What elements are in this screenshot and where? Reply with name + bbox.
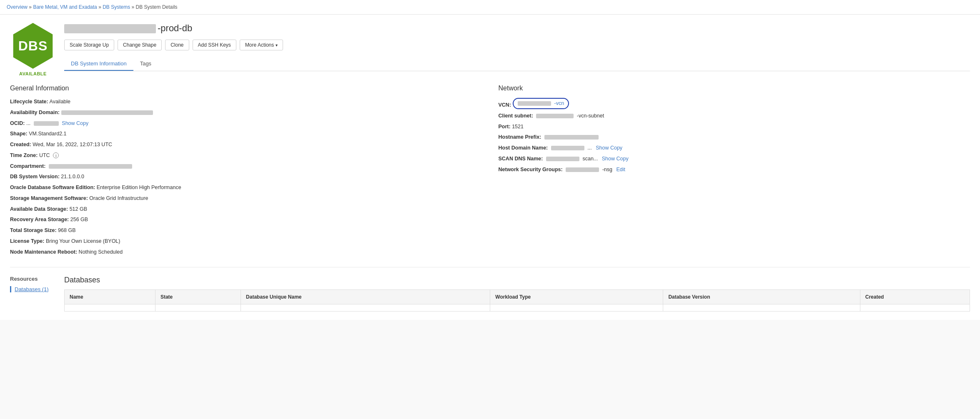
page-title-suffix: -prod-db xyxy=(158,23,192,33)
db-unique-name-cell xyxy=(241,304,490,312)
vcn-link[interactable]: -vcn xyxy=(554,100,564,107)
tabs-bar: DB System Information Tags xyxy=(64,57,970,71)
breadcrumb-db-systems[interactable]: DB Systems xyxy=(103,4,130,10)
scan-dns-redacted xyxy=(546,157,579,161)
shape-row: Shape: VM.Standard2.1 xyxy=(10,130,482,138)
timezone-row: Time Zone: UTC i xyxy=(10,152,482,160)
db-created-cell xyxy=(860,304,970,312)
nsg-label: Network Security Groups: xyxy=(499,167,563,172)
timezone-info-icon[interactable]: i xyxy=(53,152,59,158)
created-value: Wed, Mar 16, 2022, 12:07:13 UTC xyxy=(33,142,112,147)
add-ssh-keys-button[interactable]: Add SSH Keys xyxy=(193,40,236,50)
node-maintenance-value: Nothing Scheduled xyxy=(79,249,123,255)
client-subnet-suffix: -vcn-subnet xyxy=(577,113,604,119)
breadcrumb-bare-metal[interactable]: Bare Metal, VM and Exadata xyxy=(33,4,97,10)
storage-mgmt-row: Storage Management Software: Oracle Grid… xyxy=(10,195,482,202)
availability-domain-label: Availability Domain: xyxy=(10,110,60,115)
client-subnet-redacted xyxy=(536,114,574,118)
clone-button[interactable]: Clone xyxy=(165,40,189,50)
dbs-hex-label: DBS xyxy=(18,38,48,54)
license-type-value: Bring Your Own License (BYOL) xyxy=(46,238,120,244)
breadcrumb-overview[interactable]: Overview xyxy=(7,4,28,10)
client-subnet-label: Client subnet: xyxy=(499,113,533,119)
lifecycle-state-row: Lifecycle State: Available xyxy=(10,98,482,106)
change-shape-button[interactable]: Change Shape xyxy=(118,40,162,50)
available-data-storage-row: Available Data Storage: 512 GB xyxy=(10,205,482,213)
hostname-prefix-label: Hostname Prefix: xyxy=(499,134,541,140)
ocid-label: OCID: xyxy=(10,120,25,126)
port-value: 1521 xyxy=(512,124,524,130)
compartment-value xyxy=(49,164,132,169)
host-domain-copy-link[interactable]: Copy xyxy=(610,145,622,151)
databases-title: Databases xyxy=(64,276,970,284)
db-version-cell xyxy=(663,304,860,312)
col-header-state: State xyxy=(155,290,241,304)
compartment-row: Compartment: xyxy=(10,162,482,170)
oracle-db-software-value: Enterprise Edition High Performance xyxy=(97,185,181,190)
total-storage-size-label: Total Storage Size: xyxy=(10,227,57,233)
nsg-suffix: -nsg xyxy=(602,167,612,172)
nsg-edit-link[interactable]: Edit xyxy=(616,167,625,172)
db-workload-type-cell xyxy=(490,304,663,312)
vcn-highlight: -vcn xyxy=(513,98,569,109)
dbs-icon-container: DBS AVAILABLE xyxy=(10,23,56,76)
resources-section: Resources Databases (1) Databases Name S… xyxy=(0,267,980,320)
availability-domain-value xyxy=(61,110,153,115)
available-data-storage-label: Available Data Storage: xyxy=(10,206,68,212)
created-label: Created: xyxy=(10,142,31,147)
host-domain-label: Host Domain Name: xyxy=(499,145,548,151)
db-name-cell xyxy=(65,304,155,312)
col-header-workload-type: Workload Type xyxy=(490,290,663,304)
created-row: Created: Wed, Mar 16, 2022, 12:07:13 UTC xyxy=(10,141,482,149)
action-buttons: Scale Storage Up Change Shape Clone Add … xyxy=(64,40,970,50)
col-header-created: Created xyxy=(860,290,970,304)
timezone-value: UTC xyxy=(39,152,50,158)
ocid-copy-link[interactable]: Copy xyxy=(76,120,88,126)
dbs-hexagon: DBS xyxy=(10,23,56,69)
vcn-redacted xyxy=(518,101,551,106)
databases-resource-link[interactable]: Databases (1) xyxy=(10,286,64,292)
availability-domain-row: Availability Domain: xyxy=(10,109,482,117)
scale-storage-up-button[interactable]: Scale Storage Up xyxy=(64,40,114,50)
host-domain-row: Host Domain Name: ... Show Copy xyxy=(499,144,970,152)
ocid-redacted xyxy=(34,121,59,126)
scan-dns-suffix: scan... xyxy=(582,156,598,162)
tab-tags[interactable]: Tags xyxy=(133,57,158,71)
breadcrumb: Overview » Bare Metal, VM and Exadata » … xyxy=(0,0,980,15)
more-actions-button[interactable]: More Actions xyxy=(240,40,283,50)
main-content: General Information Lifecycle State: Ava… xyxy=(0,76,980,267)
hostname-prefix-value xyxy=(544,135,599,140)
storage-mgmt-value: Oracle Grid Infrastructure xyxy=(89,195,148,201)
tab-db-system-information[interactable]: DB System Information xyxy=(64,57,133,71)
dbs-status-label: AVAILABLE xyxy=(10,71,56,76)
db-system-version-label: DB System Version: xyxy=(10,174,60,180)
host-domain-show-link[interactable]: Show xyxy=(596,145,609,151)
col-header-database-version: Database Version xyxy=(663,290,860,304)
available-data-storage-value: 512 GB xyxy=(70,206,87,212)
timezone-label: Time Zone: xyxy=(10,152,38,158)
vcn-label: VCN: xyxy=(499,102,511,108)
page-layout: DBS AVAILABLE -prod-db Scale Storage Up … xyxy=(0,15,980,320)
total-storage-size-value: 968 GB xyxy=(58,227,75,233)
license-type-row: License Type: Bring Your Own License (BY… xyxy=(10,237,482,245)
recovery-area-storage-value: 256 GB xyxy=(70,217,88,222)
scan-dns-show-link[interactable]: Show xyxy=(602,156,615,162)
nsg-row: Network Security Groups: -nsg Edit xyxy=(499,166,970,174)
ocid-row: OCID: ... Show Copy xyxy=(10,120,482,127)
header-section: DBS AVAILABLE -prod-db Scale Storage Up … xyxy=(0,15,980,76)
node-maintenance-row: Node Maintenance Reboot: Nothing Schedul… xyxy=(10,248,482,256)
databases-table: Name State Database Unique Name Workload… xyxy=(64,289,970,312)
table-row xyxy=(65,304,970,312)
license-type-label: License Type: xyxy=(10,238,44,244)
scan-dns-copy-link[interactable]: Copy xyxy=(617,156,629,162)
page-title: -prod-db xyxy=(64,23,970,34)
lifecycle-state-label: Lifecycle State: xyxy=(10,99,48,105)
compartment-label: Compartment: xyxy=(10,163,45,169)
col-header-db-unique-name: Database Unique Name xyxy=(241,290,490,304)
vcn-row: VCN: -vcn xyxy=(499,98,970,109)
node-maintenance-label: Node Maintenance Reboot: xyxy=(10,249,77,255)
ocid-show-link[interactable]: Show xyxy=(62,120,75,126)
host-domain-dots: ... xyxy=(587,145,592,151)
scan-dns-label: SCAN DNS Name: xyxy=(499,156,543,162)
oracle-db-software-label: Oracle Database Software Edition: xyxy=(10,185,95,190)
